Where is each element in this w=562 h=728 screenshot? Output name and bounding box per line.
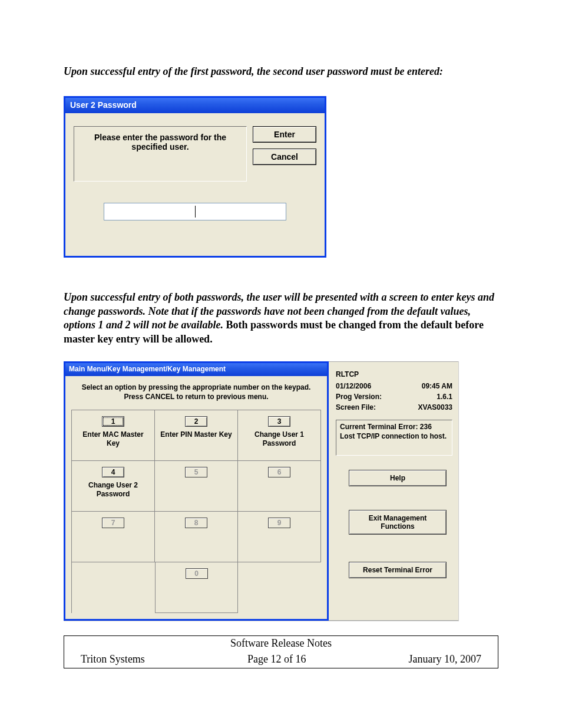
keypad-button-8: 8	[185, 518, 207, 528]
keypad-cell-2: 2Enter PIN Master Key	[155, 410, 238, 461]
keypad-button-5: 5	[185, 467, 207, 477]
keypad-cell-8: 8	[155, 512, 238, 562]
footer-page: Page 12 of 16	[247, 653, 306, 666]
page-footer: Software Release Notes Triton Systems Pa…	[64, 635, 498, 668]
dialog1-title: User 2 Password	[65, 98, 325, 113]
dialog2-title: Main Menu/Key Management/Key Management	[65, 363, 327, 376]
status-date: 01/12/2006	[336, 382, 371, 390]
keypad-cell-9: 9	[238, 512, 321, 562]
keypad-cell-3: 3Change User 1 Password	[238, 410, 321, 461]
reset-terminal-error-button[interactable]: Reset Terminal Error	[349, 562, 447, 578]
keypad-cell-6: 6	[238, 461, 321, 512]
footer-company: Triton Systems	[81, 653, 145, 666]
cancel-button[interactable]: Cancel	[253, 149, 316, 165]
intro-paragraph-1: Upon successful entry of the first passw…	[64, 65, 498, 78]
intro-paragraph-2: Upon successful entry of both passwords,…	[64, 291, 498, 346]
keypad-cell-5: 5	[155, 461, 238, 512]
status-time: 09:45 AM	[422, 382, 452, 390]
prog-version-label: Prog Version:	[336, 393, 382, 401]
dialog1-message: Please enter the password for the specif…	[74, 126, 247, 182]
status-panel: RLTCP 01/12/2006 09:45 AM Prog Version: …	[329, 361, 458, 621]
keypad-button-1[interactable]: 1	[102, 416, 124, 427]
keypad-button-9: 9	[268, 518, 290, 528]
keypad-cell-1: 1Enter MAC Master Key	[72, 410, 155, 461]
screen-file-label: Screen File:	[336, 403, 376, 411]
password-input[interactable]	[104, 203, 286, 220]
error-line-1: Current Terminal Error: 236	[340, 423, 448, 432]
prog-version-value: 1.6.1	[437, 393, 452, 401]
enter-button[interactable]: Enter	[253, 126, 316, 143]
keypad-button-6: 6	[268, 467, 290, 477]
key-management-dialog: Main Menu/Key Management/Key Management …	[64, 361, 459, 621]
keypad-button-0: 0	[186, 568, 208, 579]
error-line-2: Lost TCP/IP connection to host.	[340, 432, 448, 442]
keypad-cell-7: 7	[72, 512, 155, 562]
keypad-button-4[interactable]: 4	[102, 467, 124, 477]
keypad-label-4: Change User 2 Password	[75, 481, 151, 499]
keypad-button-7: 7	[102, 518, 124, 528]
screen-file-value: XVAS0033	[418, 403, 452, 411]
keypad: 1Enter MAC Master Key2Enter PIN Master K…	[71, 410, 321, 613]
keypad-cell-0: 0	[155, 562, 238, 613]
keypad-label-2: Enter PIN Master Key	[158, 430, 234, 439]
text-caret	[195, 206, 196, 218]
help-button[interactable]: Help	[349, 470, 447, 486]
keypad-label-1: Enter MAC Master Key	[75, 430, 151, 448]
terminal-error-box: Current Terminal Error: 236 Lost TCP/IP …	[336, 420, 452, 456]
keypad-label-3: Change User 1 Password	[242, 430, 317, 448]
footer-title: Software Release Notes	[230, 637, 332, 650]
terminal-name: RLTCP	[336, 370, 452, 378]
exit-management-button[interactable]: Exit Management Functions	[349, 510, 447, 535]
dialog2-instructions: Select an option by pressing the appropr…	[71, 382, 321, 410]
keypad-cell-4: 4Change User 2 Password	[72, 461, 155, 512]
footer-date: January 10, 2007	[409, 653, 481, 666]
keypad-button-2[interactable]: 2	[185, 416, 207, 427]
user2-password-dialog: User 2 Password Please enter the passwor…	[64, 96, 326, 258]
keypad-button-3[interactable]: 3	[268, 416, 290, 427]
